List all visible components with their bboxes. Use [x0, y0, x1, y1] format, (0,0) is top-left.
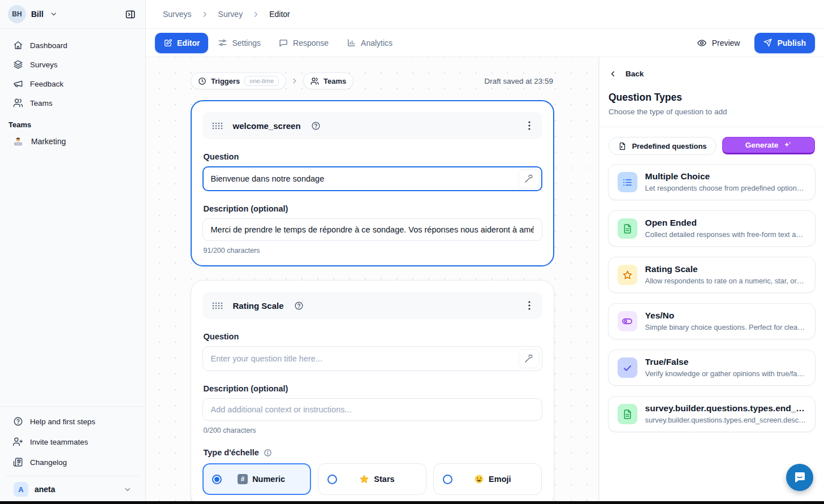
- drag-handle-icon[interactable]: [212, 122, 223, 130]
- tab-label: Response: [293, 38, 329, 48]
- preview-button[interactable]: Preview: [690, 33, 747, 53]
- welcome-screen-card[interactable]: welcome_screen Question Description (opt…: [191, 100, 554, 266]
- sidebar-item-marketing[interactable]: Marketing: [6, 132, 140, 150]
- triggers-badge: one-time: [244, 76, 279, 86]
- description-input-wrap: [202, 398, 542, 421]
- workspace-switcher[interactable]: BH Bill: [0, 0, 145, 29]
- panel-collapse-icon: [125, 9, 136, 20]
- chat-widget-button[interactable]: [786, 464, 813, 491]
- scale-option-stars[interactable]: Stars: [318, 463, 426, 495]
- triggers-pill[interactable]: Triggers one-time: [191, 72, 286, 89]
- description-input[interactable]: [202, 398, 542, 421]
- card-header: welcome_screen: [202, 112, 542, 139]
- sidebar-item-label: Surveys: [30, 61, 58, 69]
- users-icon: [310, 77, 319, 85]
- card-menu-button[interactable]: [526, 119, 533, 132]
- predefined-questions-button[interactable]: Predefined questions: [609, 137, 717, 155]
- account-avatar: A: [14, 482, 28, 497]
- chat-smile-icon: [793, 471, 806, 484]
- publish-button[interactable]: Publish: [754, 33, 815, 53]
- breadcrumb-surveys[interactable]: Surveys: [163, 10, 192, 19]
- chevron-down-icon: [50, 10, 58, 18]
- hash-keycap-icon: #: [238, 474, 248, 484]
- help-circle-icon[interactable]: [294, 301, 304, 311]
- sidebar-collapse-button[interactable]: [120, 5, 140, 24]
- question-input[interactable]: [202, 166, 542, 191]
- sidebar-item-label: Feedback: [30, 80, 63, 88]
- type-card-rating-scale[interactable]: Rating Scale Allow respondents to rate o…: [608, 257, 816, 293]
- scale-option-label: Numeric: [252, 475, 285, 484]
- teams-pill[interactable]: Teams: [303, 72, 353, 89]
- rating-scale-card[interactable]: Rating Scale Question Description (optio…: [191, 280, 554, 504]
- teams-pill-label: Teams: [323, 77, 346, 85]
- type-description: Let respondents choose from predefined o…: [645, 184, 806, 192]
- home-icon: [13, 40, 23, 50]
- scale-option-emoji[interactable]: Emoji: [433, 463, 542, 495]
- info-icon[interactable]: [264, 449, 272, 457]
- generate-button[interactable]: Generate: [722, 137, 815, 154]
- char-count: 0/200 characters: [204, 427, 541, 434]
- tab-analytics[interactable]: Analytics: [338, 33, 401, 53]
- help-circle-icon[interactable]: [311, 121, 321, 131]
- sliders-icon: [218, 38, 227, 48]
- type-card-yes-no[interactable]: Yes/No Simple binary choice questions. P…: [608, 303, 816, 339]
- sidebar-item-invite[interactable]: Invite teammates: [6, 432, 140, 452]
- account-menu[interactable]: A aneta: [6, 476, 140, 504]
- drag-handle-icon[interactable]: [212, 302, 223, 309]
- type-card-multiple-choice[interactable]: Multiple Choice Let respondents choose f…: [608, 164, 816, 200]
- sidebar-item-feedback[interactable]: Feedback: [6, 74, 140, 93]
- question-types-panel: Back Question Types Choose the type of q…: [599, 57, 824, 504]
- back-button[interactable]: Back: [609, 70, 644, 78]
- sidebar-item-teams[interactable]: Teams: [6, 93, 140, 113]
- tab-label: Analytics: [361, 38, 392, 48]
- panel-subtitle: Choose the type of question to add: [609, 107, 815, 116]
- type-card-end-screen[interactable]: survey.builder.questions.types.end_scr..…: [608, 396, 816, 432]
- question-input[interactable]: [202, 346, 542, 371]
- sidebar-item-help[interactable]: Help and first steps: [6, 411, 140, 432]
- magic-wand-button[interactable]: [519, 349, 540, 368]
- editor-toolbar: Editor Settings Response Analytics Previ…: [146, 29, 824, 57]
- type-name: Multiple Choice: [645, 171, 806, 182]
- type-name: Open Ended: [645, 218, 806, 228]
- scale-type-row: Type d'échelle: [204, 448, 541, 457]
- description-input[interactable]: [202, 218, 542, 241]
- type-description: survey.builder.questions.types.end_scree…: [645, 416, 806, 424]
- tab-settings[interactable]: Settings: [209, 33, 269, 53]
- panel-header: Back Question Types Choose the type of q…: [599, 57, 824, 127]
- tab-label: Editor: [177, 38, 200, 48]
- sidebar-item-label: Changelog: [30, 458, 67, 467]
- question-card-stack: welcome_screen Question Description (opt…: [191, 100, 554, 504]
- type-name: survey.builder.questions.types.end_scr..…: [645, 403, 806, 413]
- description-label: Description (optional): [204, 204, 541, 213]
- question-label: Question: [204, 152, 541, 161]
- sidebar-item-changelog[interactable]: Changelog: [6, 452, 140, 472]
- question-type-list: Multiple Choice Let respondents choose f…: [599, 155, 824, 441]
- clock-icon: [198, 77, 206, 85]
- screen-bottom-edge: [0, 501, 824, 504]
- card-menu-button[interactable]: [526, 299, 533, 312]
- breadcrumb-survey[interactable]: Survey: [218, 10, 243, 19]
- type-card-true-false[interactable]: True/False Verify knowledge or gather op…: [608, 350, 816, 386]
- sidebar-item-surveys[interactable]: Surveys: [6, 55, 140, 74]
- scale-option-numeric[interactable]: # Numeric: [202, 463, 311, 495]
- bar-chart-icon: [347, 38, 356, 48]
- star-emoji-icon: [359, 474, 369, 484]
- radio-unselected: [443, 475, 452, 484]
- tab-response[interactable]: Response: [270, 33, 337, 53]
- scale-type-label: Type d'échelle: [204, 448, 259, 457]
- sidebar-item-dashboard[interactable]: Dashboard: [6, 36, 140, 55]
- survey-canvas: Triggers one-time Teams Draft saved at 2…: [146, 57, 599, 504]
- workspace-avatar: BH: [8, 5, 26, 23]
- list-icon: [618, 172, 637, 192]
- question-label: Question: [204, 332, 541, 341]
- file-text-icon: [618, 404, 637, 424]
- type-name: Rating Scale: [645, 264, 806, 274]
- type-description: Allow respondents to rate on a numeric, …: [645, 277, 806, 285]
- tab-editor[interactable]: Editor: [155, 33, 208, 53]
- type-description: Simple binary choice questions. Perfect …: [645, 323, 806, 331]
- magic-wand-button[interactable]: [519, 169, 540, 188]
- type-card-open-ended[interactable]: Open Ended Collect detailed responses wi…: [608, 210, 816, 247]
- breadcrumb-editor: Editor: [269, 10, 290, 19]
- question-input-wrap: [202, 166, 542, 191]
- sidebar-item-label: Teams: [30, 99, 53, 107]
